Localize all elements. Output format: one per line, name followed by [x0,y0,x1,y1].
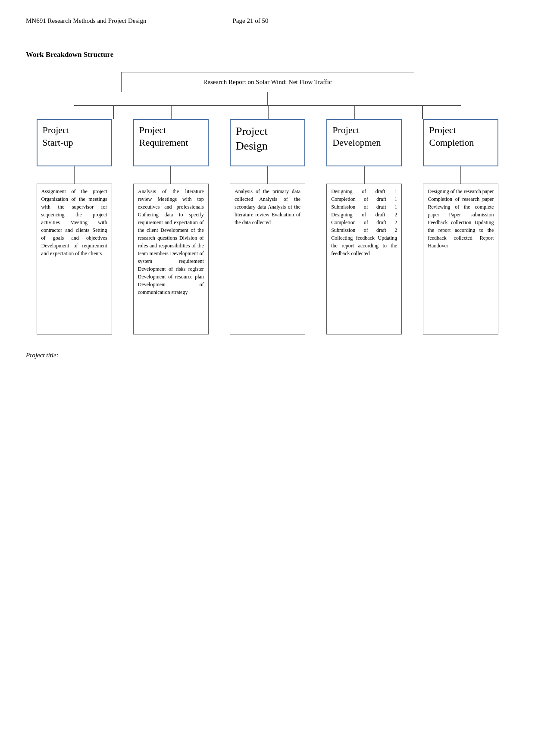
footer-label: Project title: [26,352,59,359]
level3-node-3: Analysis of the primary data collected A… [230,184,305,334]
level2-vline-4 [364,166,365,184]
level2-node-4: Project Developmen [326,119,402,166]
child-col-5: Project Completion Designing of the rese… [413,119,509,334]
level2-vline-3 [267,166,268,184]
vdrop3 [268,105,269,119]
root-node: Research Report on Solar Wind: Net Flow … [121,72,414,92]
child-col-4: Project Developmen Designing of draft 1 … [316,119,413,334]
vdrop2 [171,105,172,119]
level3-node-5: Designing of the research paper Completi… [423,184,498,334]
child-col-3: Project Design Analysis of the primary d… [219,119,316,334]
connector-area [26,105,509,119]
level2-vline-2 [170,166,171,184]
level2-node-5: Project Completion [423,119,498,166]
section-title: Work Breakdown Structure [26,50,509,59]
level2-vline-5 [460,166,461,184]
vdrop5 [422,105,423,119]
level2-node-1: Project Start-up [37,119,112,166]
level3-node-2: Analysis of the literature review Meetin… [133,184,209,334]
child-col-1: Project Start-up Assignment of the proje… [26,119,122,334]
level2-vline-1 [74,166,75,184]
level2-node-3: Project Design [230,119,305,166]
page-footer: Project title: [26,352,509,359]
page-header: MN691 Research Methods and Project Desig… [26,17,509,25]
level3-node-1: Assignment of the project Organization o… [37,184,112,334]
level2-node-2: Project Requirement [133,119,209,166]
vdrop1 [113,105,114,119]
child-col-2: Project Requirement Analysis of the lite… [122,119,219,334]
children-row: Project Start-up Assignment of the proje… [26,119,509,334]
header-right: Page 21 of 50 [233,17,269,25]
root-vline [267,92,268,105]
level3-node-4: Designing of draft 1 Completion of draft… [326,184,402,334]
header-left: MN691 Research Methods and Project Desig… [26,17,147,25]
wbs-diagram: Research Report on Solar Wind: Net Flow … [26,72,509,334]
vdrop4 [354,105,355,119]
